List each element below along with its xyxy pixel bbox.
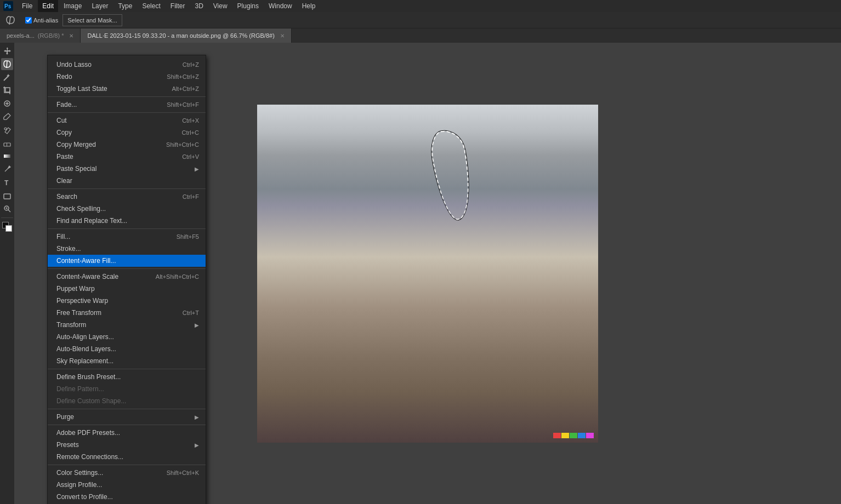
healing-brush-tool[interactable]	[1, 98, 13, 110]
edit-menu-item-find-and-replace-text---[interactable]: Find and Replace Text...	[48, 215, 206, 227]
move-tool[interactable]	[1, 45, 13, 57]
pen-tool[interactable]	[1, 163, 13, 175]
menu-plugins[interactable]: Plugins	[233, 0, 263, 12]
submenu-arrow-icon: ▶	[195, 322, 199, 328]
edit-menu-item-define-pattern---: Define Pattern...	[48, 383, 206, 395]
edit-menu-item-content-aware-fill---[interactable]: Content-Aware Fill...	[48, 255, 206, 267]
edit-menu-item-copy[interactable]: CopyCtrl+C	[48, 127, 206, 139]
submenu-arrow-icon: ▶	[195, 166, 199, 172]
edit-menu-item-perspective-warp[interactable]: Perspective Warp	[48, 295, 206, 307]
text-tool[interactable]: T	[1, 176, 13, 188]
eraser-tool[interactable]	[1, 137, 13, 149]
options-bar: Anti-alias Select and Mask...	[0, 12, 841, 28]
menu-select[interactable]: Select	[138, 0, 164, 12]
edit-menu-item-sky-replacement---[interactable]: Sky Replacement...	[48, 355, 206, 367]
anti-alias-checkbox[interactable]	[25, 17, 32, 24]
edit-menu-section-1: Fade...Shift+Ctrl+F	[48, 97, 206, 113]
menu-3d[interactable]: 3D	[190, 0, 207, 12]
clone-stamp-tool[interactable]	[1, 124, 13, 136]
menu-help[interactable]: Help	[298, 0, 320, 12]
brush-tool[interactable]	[1, 111, 13, 123]
edit-menu-section-3: SearchCtrl+FCheck Spelling...Find and Re…	[48, 189, 206, 229]
edit-menu-item-transform[interactable]: Transform▶	[48, 319, 206, 331]
edit-menu-item-check-spelling---[interactable]: Check Spelling...	[48, 203, 206, 215]
tab-close-dalle[interactable]: ✕	[280, 33, 285, 39]
edit-menu-item-clear[interactable]: Clear	[48, 175, 206, 187]
image-canvas	[257, 105, 598, 443]
swatch-green	[570, 433, 577, 438]
anti-alias-checkbox-label[interactable]: Anti-alias	[25, 17, 58, 24]
tab-pexels[interactable]: pexels-a... (RGB/8) * ✕	[0, 28, 81, 43]
edit-menu-section-9: Color Settings...Shift+Ctrl+KAssign Prof…	[48, 465, 206, 504]
menu-file[interactable]: File	[18, 0, 37, 12]
svg-rect-5	[5, 88, 10, 92]
edit-menu-section-2: CutCtrl+XCopyCtrl+CCopy MergedShift+Ctrl…	[48, 113, 206, 189]
tab-close-pexels[interactable]: ✕	[69, 33, 73, 39]
gradient-tool[interactable]	[1, 150, 13, 162]
edit-menu-section-8: Adobe PDF Presets...Presets▶Remote Conne…	[48, 425, 206, 465]
edit-menu-item-stroke---[interactable]: Stroke...	[48, 243, 206, 255]
edit-menu-item-purge[interactable]: Purge▶	[48, 411, 206, 423]
menu-layer[interactable]: Layer	[87, 0, 112, 12]
svg-line-17	[8, 210, 10, 212]
shape-tool[interactable]	[1, 190, 13, 202]
edit-menu-item-cut[interactable]: CutCtrl+X	[48, 114, 206, 127]
svg-rect-11	[7, 143, 7, 146]
edit-menu-item-adobe-pdf-presets---[interactable]: Adobe PDF Presets...	[48, 427, 206, 439]
menu-edit[interactable]: Edit	[38, 0, 58, 12]
edit-menu-item-puppet-warp[interactable]: Puppet Warp	[48, 283, 206, 295]
edit-menu-item-convert-to-profile---[interactable]: Convert to Profile...	[48, 491, 206, 503]
lasso-selection	[428, 127, 477, 222]
edit-menu-item-remote-connections---[interactable]: Remote Connections...	[48, 451, 206, 463]
edit-menu-item-search[interactable]: SearchCtrl+F	[48, 191, 206, 203]
edit-menu-item-define-brush-preset---[interactable]: Define Brush Preset...	[48, 371, 206, 383]
menu-window[interactable]: Window	[264, 0, 297, 12]
edit-menu-item-color-settings---[interactable]: Color Settings...Shift+Ctrl+K	[48, 467, 206, 479]
swatch-blue	[578, 433, 586, 438]
edit-menu-item-content-aware-scale[interactable]: Content-Aware ScaleAlt+Shift+Ctrl+C	[48, 271, 206, 283]
lasso-tool-icon	[4, 14, 16, 26]
edit-menu-item-assign-profile---[interactable]: Assign Profile...	[48, 479, 206, 491]
edit-menu-section-4: Fill...Shift+F5Stroke...Content-Aware Fi…	[48, 229, 206, 269]
edit-menu-item-paste-special[interactable]: Paste Special▶	[48, 163, 206, 175]
edit-menu-item-presets[interactable]: Presets▶	[48, 439, 206, 451]
canvas-area: Undo LassoCtrl+ZRedoShift+Ctrl+ZToggle L…	[14, 43, 841, 504]
crop-tool[interactable]	[1, 84, 13, 96]
menu-image[interactable]: Image	[59, 0, 86, 12]
svg-point-13	[9, 167, 10, 168]
tab-bar: pexels-a... (RGB/8) * ✕ DALL·E 2023-01-1…	[0, 28, 841, 43]
menu-filter[interactable]: Filter	[166, 0, 190, 12]
edit-menu-item-auto-align-layers---[interactable]: Auto-Align Layers...	[48, 331, 206, 343]
menu-type[interactable]: Type	[113, 0, 137, 12]
svg-rect-15	[4, 194, 10, 199]
left-toolbar: T	[0, 43, 14, 504]
edit-menu-item-free-transform[interactable]: Free TransformCtrl+T	[48, 307, 206, 319]
edit-menu-item-define-custom-shape---: Define Custom Shape...	[48, 395, 206, 407]
color-fg-bg[interactable]	[1, 221, 13, 233]
lasso-tool[interactable]	[1, 58, 13, 70]
edit-menu-item-redo[interactable]: RedoShift+Ctrl+Z	[48, 71, 206, 83]
edit-menu-item-copy-merged[interactable]: Copy MergedShift+Ctrl+C	[48, 139, 206, 151]
edit-menu-item-paste[interactable]: PasteCtrl+V	[48, 151, 206, 163]
edit-menu-item-toggle-last-state[interactable]: Toggle Last StateAlt+Ctrl+Z	[48, 83, 206, 95]
edit-menu-item-undo-lasso[interactable]: Undo LassoCtrl+Z	[48, 59, 206, 71]
edit-menu-item-fade---[interactable]: Fade...Shift+Ctrl+F	[48, 99, 206, 111]
magic-wand-tool[interactable]	[1, 71, 13, 83]
submenu-arrow-icon: ▶	[195, 414, 199, 420]
canvas-color-swatches	[553, 433, 594, 438]
edit-menu-item-fill---[interactable]: Fill...Shift+F5	[48, 231, 206, 243]
ps-logo: Ps	[2, 0, 14, 12]
menu-view[interactable]: View	[209, 0, 232, 12]
swatch-yellow	[561, 433, 569, 438]
zoom-tool[interactable]	[1, 203, 13, 215]
edit-menu-section-6: Define Brush Preset...Define Pattern...D…	[48, 369, 206, 409]
toolbar-divider	[1, 217, 13, 218]
tab-dalle[interactable]: DALL·E 2023-01-15 09.33.20 - a man outsi…	[81, 28, 291, 43]
svg-line-4	[4, 76, 8, 81]
edit-menu-item-auto-blend-layers---[interactable]: Auto-Blend Layers...	[48, 343, 206, 355]
swatch-purple	[586, 433, 594, 438]
main-area: T	[0, 43, 841, 504]
select-mask-button[interactable]: Select and Mask...	[62, 14, 122, 26]
svg-line-3	[7, 61, 7, 68]
menu-bar: Ps File Edit Image Layer Type Select Fil…	[0, 0, 841, 12]
